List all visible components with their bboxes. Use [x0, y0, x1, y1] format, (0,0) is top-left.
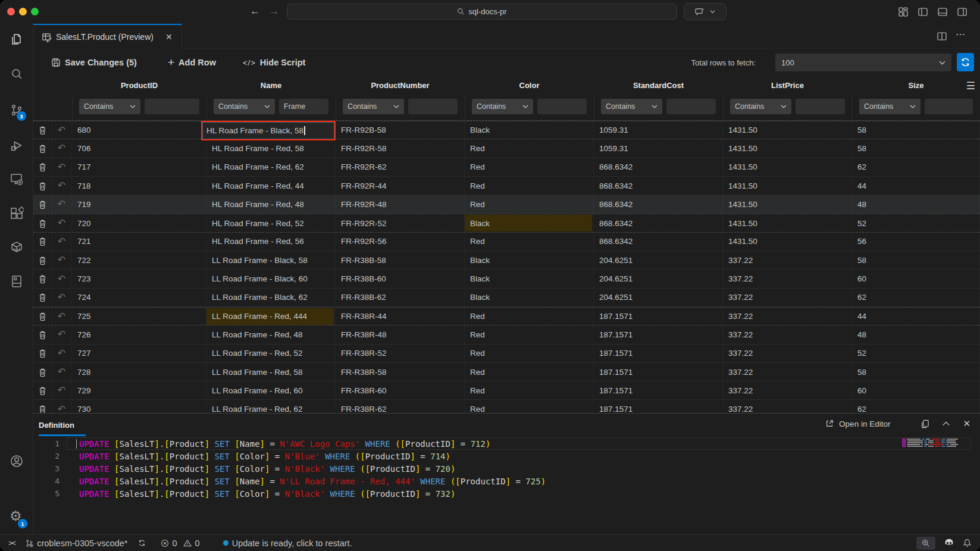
- filter-operator-size[interactable]: Contains: [859, 99, 920, 114]
- cell-720-id[interactable]: 720: [72, 214, 206, 231]
- revert-row-icon[interactable]: ↶: [58, 331, 65, 337]
- cell-717-price[interactable]: 1431.50: [723, 158, 852, 176]
- delete-row-cell[interactable]: [33, 139, 52, 157]
- cell-680-size[interactable]: 58: [852, 121, 980, 139]
- revert-row-icon[interactable]: ↶: [58, 350, 65, 356]
- revert-row-cell[interactable]: ↶: [52, 121, 72, 139]
- revert-row-icon[interactable]: ↶: [58, 387, 65, 393]
- cell-725-id[interactable]: 725: [72, 308, 206, 325]
- cell-730-color[interactable]: Red: [465, 400, 594, 413]
- revert-row-icon[interactable]: ↶: [58, 257, 65, 263]
- update-status[interactable]: Update is ready, click to restart.: [223, 539, 352, 548]
- remote-indicator[interactable]: ><: [8, 539, 15, 547]
- cell-728-color[interactable]: Red: [465, 363, 594, 381]
- sql-code-editor[interactable]: 1UPDATE [SalesLT].[Product] SET [Name] =…: [33, 437, 980, 534]
- customize-layout-icon[interactable]: [898, 7, 908, 17]
- cell-680-cost[interactable]: 1059.31: [594, 121, 723, 139]
- cell-726-price[interactable]: 337.22: [723, 325, 852, 343]
- revert-row-cell[interactable]: ↶: [52, 325, 72, 343]
- cell-721-name[interactable]: HL Road Frame - Red, 56: [206, 233, 336, 251]
- toggle-primary-sidebar-icon[interactable]: [918, 7, 928, 17]
- delete-row-cell[interactable]: [33, 121, 52, 139]
- revert-row-cell[interactable]: ↶: [52, 177, 72, 195]
- cell-719-name[interactable]: HL Road Frame - Red, 48: [206, 195, 336, 213]
- cell-717-color[interactable]: Red: [465, 158, 594, 176]
- cell-718-number[interactable]: FR-R92R-44: [336, 177, 465, 195]
- delete-row-icon[interactable]: [39, 349, 46, 358]
- delete-row-icon[interactable]: [39, 181, 46, 190]
- filter-input-productnumber[interactable]: [408, 99, 458, 114]
- revert-row-icon[interactable]: ↶: [58, 164, 65, 170]
- delete-row-cell[interactable]: [33, 325, 52, 343]
- accounts-icon[interactable]: [10, 454, 24, 468]
- revert-row-icon[interactable]: ↶: [58, 127, 65, 133]
- revert-row-cell[interactable]: ↶: [52, 381, 72, 399]
- cell-680-price[interactable]: 1431.50: [723, 121, 852, 139]
- cell-721-id[interactable]: 721: [72, 233, 206, 251]
- revert-row-cell[interactable]: ↶: [52, 233, 72, 251]
- cell-725-size[interactable]: 44: [852, 308, 980, 325]
- cell-717-cost[interactable]: 868.6342: [594, 158, 723, 176]
- cell-edit-box[interactable]: HL Road Frame - Black, 58: [201, 121, 336, 140]
- cell-725-price[interactable]: 337.22: [723, 308, 852, 325]
- problems-status[interactable]: 0 0: [161, 539, 200, 548]
- delete-row-cell[interactable]: [33, 214, 52, 231]
- filter-operator-listprice[interactable]: Contains: [730, 99, 791, 114]
- delete-row-icon[interactable]: [39, 368, 46, 377]
- tab-saleslt-product[interactable]: SalesLT.Product (Preview) ✕: [33, 24, 182, 49]
- revert-row-icon[interactable]: ↶: [58, 239, 65, 245]
- toggle-panel-icon[interactable]: [938, 7, 947, 17]
- filter-input-standardcost[interactable]: [666, 99, 716, 114]
- filter-operator-standardcost[interactable]: Contains: [601, 99, 662, 114]
- cell-723-id[interactable]: 723: [72, 270, 206, 287]
- cell-726-id[interactable]: 726: [72, 325, 206, 343]
- run-debug-icon[interactable]: [10, 139, 24, 153]
- sync-button[interactable]: [138, 539, 146, 547]
- cell-719-number[interactable]: FR-R92R-48: [336, 195, 465, 213]
- grid-menu-icon[interactable]: ☰: [966, 80, 975, 92]
- cell-726-number[interactable]: FR-R38R-48: [336, 325, 465, 343]
- bell-icon[interactable]: [963, 539, 972, 547]
- cell-706-number[interactable]: FR-R92R-58: [336, 139, 465, 157]
- revert-row-cell[interactable]: ↶: [52, 195, 72, 213]
- cell-680-number[interactable]: FR-R92B-58: [336, 121, 465, 139]
- containers-icon[interactable]: [10, 240, 24, 254]
- revert-row-icon[interactable]: ↶: [58, 201, 65, 207]
- cell-722-name[interactable]: LL Road Frame - Black, 58: [206, 251, 336, 269]
- extensions-icon[interactable]: [10, 206, 24, 220]
- cell-721-color[interactable]: Red: [465, 233, 594, 251]
- cell-728-price[interactable]: 337.22: [723, 363, 852, 381]
- cell-719-color[interactable]: Red: [465, 195, 594, 213]
- branch-status[interactable]: croblesm-0305-vscode*: [25, 539, 127, 548]
- cell-724-number[interactable]: FR-R38B-62: [336, 289, 465, 306]
- cell-717-id[interactable]: 717: [72, 158, 206, 176]
- delete-row-cell[interactable]: [33, 177, 52, 195]
- delete-row-cell[interactable]: [33, 308, 52, 325]
- fetch-rows-select[interactable]: 100: [775, 54, 951, 71]
- filter-input-color[interactable]: [537, 99, 587, 114]
- cell-706-price[interactable]: 1431.50: [723, 139, 852, 157]
- cell-706-size[interactable]: 58: [852, 139, 980, 157]
- cell-723-price[interactable]: 337.22: [723, 270, 852, 287]
- cell-721-number[interactable]: FR-R92R-56: [336, 233, 465, 251]
- revert-row-cell[interactable]: ↶: [52, 139, 72, 157]
- refresh-button[interactable]: [957, 53, 974, 71]
- macos-zoom-button[interactable]: [31, 8, 39, 15]
- cell-728-name[interactable]: LL Road Frame - Red, 58: [206, 363, 336, 381]
- cell-726-color[interactable]: Red: [465, 325, 594, 343]
- delete-row-cell[interactable]: [33, 363, 52, 381]
- column-header-size[interactable]: Size: [852, 76, 980, 94]
- delete-row-cell[interactable]: [33, 381, 52, 399]
- revert-row-icon[interactable]: ↶: [58, 314, 65, 320]
- cell-720-cost[interactable]: 868.6342: [594, 214, 723, 231]
- cell-718-color[interactable]: Red: [465, 177, 594, 195]
- macos-close-button[interactable]: [7, 8, 15, 15]
- cell-727-cost[interactable]: 187.1571: [594, 345, 723, 362]
- cell-719-id[interactable]: 719: [72, 195, 206, 213]
- cell-725-color[interactable]: Red: [465, 308, 594, 325]
- cell-706-color[interactable]: Red: [465, 139, 594, 157]
- open-in-editor-button[interactable]: Open in Editor: [825, 419, 890, 428]
- revert-row-cell[interactable]: ↶: [52, 363, 72, 381]
- cell-718-id[interactable]: 718: [72, 177, 206, 195]
- save-changes-button[interactable]: Save Changes (5): [51, 49, 137, 76]
